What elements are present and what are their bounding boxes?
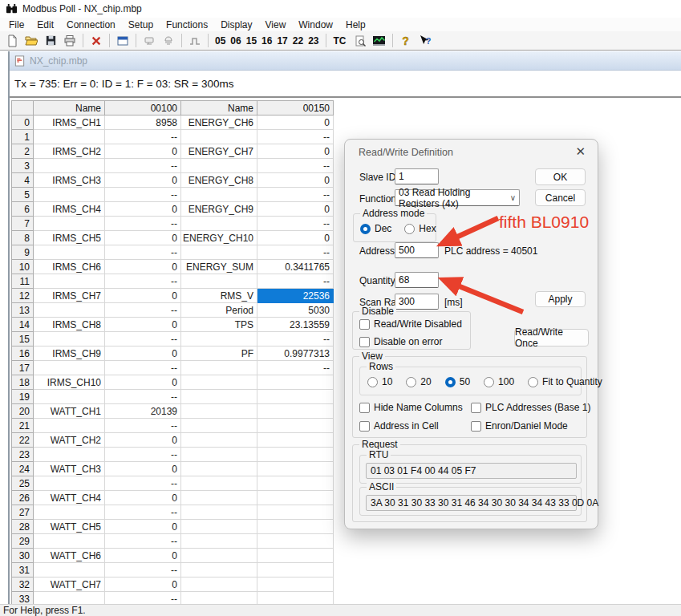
quantity-input[interactable]: [395, 272, 439, 288]
view-checkbox-address-in-cell[interactable]: Address in Cell: [359, 420, 463, 432]
grid-cell[interactable]: IRMS_CH3: [34, 173, 105, 188]
communication-traffic-button[interactable]: [371, 33, 388, 49]
menu-item-file[interactable]: File: [2, 18, 30, 31]
grid-cell[interactable]: --: [257, 159, 334, 173]
grid-cell[interactable]: [34, 419, 105, 433]
context-help-button[interactable]: ?: [416, 33, 434, 49]
grid-cell[interactable]: [34, 448, 105, 462]
grid-cell[interactable]: 0: [105, 260, 181, 274]
grid-cell[interactable]: [34, 476, 105, 491]
row-header-cell[interactable]: 20: [12, 404, 34, 419]
grid-cell[interactable]: 0.9977313: [257, 346, 334, 361]
grid-cell[interactable]: WATT_CH6: [34, 549, 105, 563]
grid-cell[interactable]: [257, 419, 334, 433]
grid-cell[interactable]: 0: [105, 433, 181, 448]
grid-cell[interactable]: [257, 375, 334, 390]
view-checkbox-plc-addresses-base-1[interactable]: PLC Addresses (Base 1): [471, 402, 590, 413]
grid-cell[interactable]: [257, 534, 334, 549]
grid-cell[interactable]: 0: [105, 144, 181, 159]
grid-cell[interactable]: [181, 159, 257, 173]
menu-item-connection[interactable]: Connection: [60, 18, 122, 31]
grid-header-cell[interactable]: [12, 101, 34, 116]
grid-cell[interactable]: [181, 549, 257, 563]
grid-cell[interactable]: --: [105, 505, 181, 520]
toolbar-func-05[interactable]: 05: [213, 35, 228, 47]
grid-cell[interactable]: RMS_V: [181, 289, 257, 303]
grid-cell[interactable]: [257, 578, 334, 592]
row-header-cell[interactable]: 29: [12, 534, 34, 549]
rows-radio-10[interactable]: 10: [367, 376, 392, 387]
menu-item-help[interactable]: Help: [339, 18, 372, 31]
row-header-cell[interactable]: 4: [12, 173, 34, 188]
grid-cell[interactable]: --: [257, 245, 334, 260]
row-header-cell[interactable]: 13: [12, 303, 34, 318]
grid-cell[interactable]: [181, 188, 257, 202]
rows-radio-100[interactable]: 100: [484, 376, 514, 387]
grid-cell[interactable]: ENERGY_SUM: [181, 260, 257, 274]
grid-cell[interactable]: --: [257, 332, 334, 346]
grid-cell[interactable]: 0: [105, 520, 181, 534]
address-input[interactable]: [395, 242, 439, 258]
grid-cell[interactable]: ENERGY_CH8: [181, 173, 257, 188]
grid-cell[interactable]: [34, 188, 105, 202]
rows-radio-20[interactable]: 20: [406, 376, 431, 387]
row-header-cell[interactable]: 2: [12, 144, 34, 159]
apply-button[interactable]: Apply: [535, 291, 586, 307]
row-header-cell[interactable]: 17: [12, 361, 34, 375]
toolbar-func-16[interactable]: 16: [259, 35, 274, 47]
grid-cell[interactable]: Period: [181, 303, 257, 318]
grid-cell[interactable]: --: [105, 419, 181, 433]
grid-header-cell[interactable]: Name: [34, 101, 105, 116]
grid-cell[interactable]: 0: [105, 202, 181, 217]
grid-cell[interactable]: IRMS_CH6: [34, 260, 105, 274]
grid-cell[interactable]: IRMS_CH7: [34, 289, 105, 303]
grid-cell[interactable]: [257, 563, 334, 578]
grid-cell[interactable]: ENERGY_CH10: [181, 231, 257, 245]
grid-cell[interactable]: ENERGY_CH9: [181, 202, 257, 217]
grid-cell[interactable]: 0: [105, 375, 181, 390]
view-checkbox-enron-daniel-mode[interactable]: Enron/Daniel Mode: [471, 420, 590, 432]
grid-cell[interactable]: --: [105, 217, 181, 231]
read-write-once-button[interactable]: Read/Write Once: [514, 329, 589, 346]
grid-cell[interactable]: [34, 217, 105, 231]
row-header-cell[interactable]: 5: [12, 188, 34, 202]
grid-cell[interactable]: IRMS_CH2: [34, 144, 105, 159]
grid-cell[interactable]: [34, 274, 105, 289]
row-header-cell[interactable]: 6: [12, 202, 34, 217]
grid-cell[interactable]: [34, 130, 105, 144]
grid-cell[interactable]: --: [105, 159, 181, 173]
row-header-cell[interactable]: 14: [12, 318, 34, 332]
toolbar-func-15[interactable]: 15: [244, 35, 259, 47]
grid-cell[interactable]: [34, 390, 105, 404]
grid-cell[interactable]: 0: [105, 318, 181, 332]
open-file-button[interactable]: [22, 33, 40, 49]
new-file-button[interactable]: [3, 33, 21, 49]
grid-cell[interactable]: [34, 159, 105, 173]
row-header-cell[interactable]: 0: [12, 116, 34, 130]
row-header-cell[interactable]: 30: [12, 549, 34, 563]
grid-cell[interactable]: --: [105, 476, 181, 491]
grid-cell[interactable]: [257, 520, 334, 534]
grid-cell[interactable]: [181, 361, 257, 375]
grid-cell[interactable]: [181, 520, 257, 534]
row-header-cell[interactable]: 24: [12, 462, 34, 476]
grid-cell[interactable]: --: [105, 448, 181, 462]
find-button[interactable]: [351, 33, 369, 49]
row-header-cell[interactable]: 16: [12, 346, 34, 361]
row-header-cell[interactable]: 9: [12, 245, 34, 260]
grid-cell[interactable]: ENERGY_CH7: [181, 144, 257, 159]
grid-cell[interactable]: [257, 549, 334, 563]
grid-cell[interactable]: [257, 433, 334, 448]
grid-header-cell[interactable]: Name: [181, 101, 257, 116]
grid-cell[interactable]: [34, 332, 105, 346]
grid-cell[interactable]: --: [105, 563, 181, 578]
grid-cell[interactable]: 0: [257, 202, 334, 217]
function-select[interactable]: 03 Read Holding Registers (4x) ∨: [395, 189, 520, 206]
grid-cell[interactable]: [257, 404, 334, 419]
menu-item-edit[interactable]: Edit: [30, 18, 60, 31]
grid-cell[interactable]: 0: [105, 578, 181, 592]
grid-cell[interactable]: [257, 491, 334, 505]
row-header-cell[interactable]: 28: [12, 520, 34, 534]
rows-radio-fit-to-quantity[interactable]: Fit to Quantity: [528, 376, 602, 387]
grid-cell[interactable]: [181, 534, 257, 549]
